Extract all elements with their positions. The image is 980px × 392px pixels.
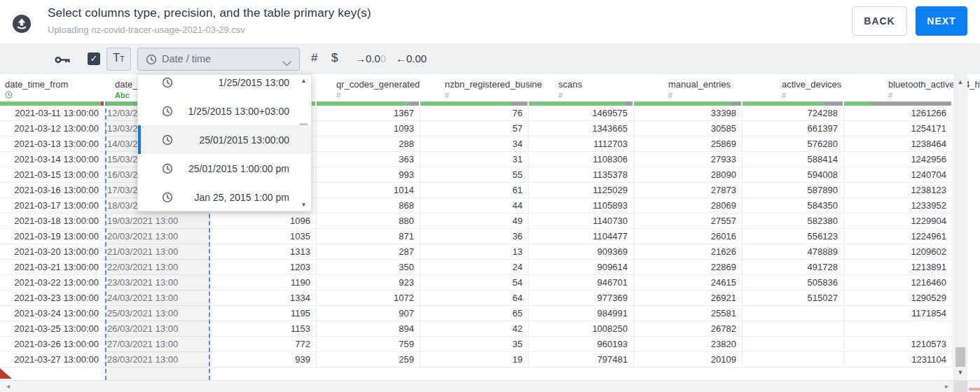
table-cell[interactable]: 1213891 xyxy=(844,260,953,274)
table-cell[interactable]: 2021-03-21 13:00:00 xyxy=(0,260,105,274)
table-cell[interactable]: 65 xyxy=(420,306,529,321)
text-type-button[interactable]: TT xyxy=(106,48,131,71)
table-cell[interactable]: 24 xyxy=(420,260,529,274)
table-cell[interactable]: 1469575 xyxy=(529,106,634,120)
table-cell[interactable]: 1108306 xyxy=(529,152,634,167)
table-cell[interactable]: 27557 xyxy=(634,214,743,228)
table-cell[interactable]: 1096 xyxy=(210,214,317,228)
table-cell[interactable]: 909369 xyxy=(529,244,634,259)
table-cell[interactable]: 724288 xyxy=(743,106,844,120)
table-cell[interactable]: 20/03/2021 13:00 xyxy=(105,229,210,244)
table-cell[interactable]: 26921 xyxy=(634,290,743,305)
scroll-down-icon[interactable]: ▼ xyxy=(953,369,967,376)
table-cell[interactable]: 27/03/2021 13:00 xyxy=(105,337,210,351)
table-cell[interactable]: 1072 xyxy=(317,290,420,305)
table-cell[interactable]: 64 xyxy=(420,290,529,305)
primary-key-icon[interactable] xyxy=(55,55,71,67)
table-cell[interactable]: 923 xyxy=(317,275,420,290)
table-cell[interactable]: 2021-03-15 13:00:00 xyxy=(0,167,105,182)
table-cell[interactable]: 960193 xyxy=(529,337,634,351)
table-cell[interactable]: 34 xyxy=(420,136,529,151)
table-cell[interactable]: 28069 xyxy=(634,198,743,213)
table-cell[interactable]: 576280 xyxy=(743,136,844,151)
table-cell[interactable]: 2021-03-20 13:00:00 xyxy=(0,244,105,259)
table-cell[interactable]: 21/03/2021 13:00 xyxy=(105,244,210,259)
table-cell[interactable] xyxy=(743,306,844,321)
table-cell[interactable]: 993 xyxy=(317,167,420,182)
table-cell[interactable]: 44 xyxy=(420,198,529,213)
scroll-left-icon[interactable]: ◂ xyxy=(6,382,10,390)
table-cell[interactable] xyxy=(743,321,844,336)
table-cell[interactable]: 907 xyxy=(317,306,420,321)
table-cell[interactable]: 23820 xyxy=(634,337,743,351)
table-cell[interactable]: 1254171 xyxy=(844,121,953,136)
table-cell[interactable]: 772 xyxy=(210,337,317,351)
format-option[interactable]: Jan 25, 2015 1:00 pm xyxy=(138,183,311,211)
table-cell[interactable]: 28090 xyxy=(634,167,743,182)
table-cell[interactable]: 1313 xyxy=(210,244,317,259)
table-cell[interactable]: 2021-03-12 13:00:00 xyxy=(0,121,105,136)
table-cell[interactable]: 27933 xyxy=(634,152,743,167)
table-cell[interactable]: 909614 xyxy=(529,260,634,274)
table-cell[interactable]: 1105893 xyxy=(529,198,634,213)
table-cell[interactable]: 1153 xyxy=(210,321,317,336)
table-cell[interactable]: 2021-03-19 13:00:00 xyxy=(0,229,105,244)
scroll-up-icon[interactable]: ▲ xyxy=(953,78,967,85)
table-cell[interactable]: 1203 xyxy=(210,260,317,274)
table-cell[interactable]: 1216460 xyxy=(844,275,953,290)
table-cell[interactable]: 49 xyxy=(420,214,529,228)
table-cell[interactable]: 556123 xyxy=(743,229,844,244)
table-cell[interactable]: 977369 xyxy=(529,290,634,305)
format-option[interactable]: 1/25/2015 13:00 xyxy=(138,74,311,97)
scroll-right-icon[interactable]: ▸ xyxy=(945,382,948,390)
table-cell[interactable]: 505836 xyxy=(743,275,844,290)
table-cell[interactable]: 19/03/2021 13:00 xyxy=(105,214,210,228)
table-cell[interactable]: 1209602 xyxy=(844,244,953,259)
table-cell[interactable]: 42 xyxy=(420,321,529,336)
next-button[interactable]: NEXT xyxy=(916,6,967,36)
table-cell[interactable]: 55 xyxy=(420,167,529,182)
table-cell[interactable]: 588414 xyxy=(743,152,844,167)
back-button[interactable]: BACK xyxy=(852,6,907,36)
table-cell[interactable]: 2021-03-14 13:00:00 xyxy=(0,152,105,167)
table-cell[interactable]: 2021-03-23 13:00:00 xyxy=(0,290,105,305)
table-cell[interactable]: 24/03/2021 13:00 xyxy=(105,290,210,305)
table-cell[interactable]: 1290529 xyxy=(844,290,953,305)
table-cell[interactable]: 2021-03-25 13:00:00 xyxy=(0,321,105,336)
currency-type-button[interactable]: $ xyxy=(331,51,338,65)
table-cell[interactable]: 57 xyxy=(420,121,529,136)
table-cell[interactable]: 1195 xyxy=(210,306,317,321)
table-cell[interactable]: 1093 xyxy=(317,121,420,136)
table-cell[interactable]: 259 xyxy=(317,352,420,367)
include-column-checkbox[interactable]: ✓ xyxy=(88,52,100,65)
table-cell[interactable]: 1229904 xyxy=(844,214,953,228)
table-cell[interactable]: 661397 xyxy=(743,121,844,136)
table-cell[interactable]: 939 xyxy=(210,352,317,367)
table-cell[interactable]: 1242956 xyxy=(844,152,953,167)
table-cell[interactable]: 584350 xyxy=(743,198,844,213)
table-cell[interactable]: 1233952 xyxy=(844,198,953,213)
table-cell[interactable]: 23/03/2021 13:00 xyxy=(105,275,210,290)
table-cell[interactable]: 1125029 xyxy=(529,183,634,197)
table-cell[interactable]: 946701 xyxy=(529,275,634,290)
table-cell[interactable]: 26016 xyxy=(634,229,743,244)
table-cell[interactable]: 1008250 xyxy=(529,321,634,336)
table-cell[interactable]: 33398 xyxy=(634,106,743,120)
table-cell[interactable]: 1190 xyxy=(210,275,317,290)
table-cell[interactable]: 2021-03-17 13:00:00 xyxy=(0,198,105,213)
table-cell[interactable]: 26/03/2021 13:00 xyxy=(105,321,210,336)
table-cell[interactable]: 19 xyxy=(420,352,529,367)
table-cell[interactable]: 984991 xyxy=(529,306,634,321)
table-cell[interactable]: 2021-03-18 13:00:00 xyxy=(0,214,105,228)
table-cell[interactable]: 894 xyxy=(317,321,420,336)
table-cell[interactable]: 1210573 xyxy=(844,337,953,351)
table-cell[interactable]: 1135378 xyxy=(529,167,634,182)
table-cell[interactable]: 1238464 xyxy=(844,136,953,151)
table-cell[interactable]: 30585 xyxy=(634,121,743,136)
table-cell[interactable]: 1334 xyxy=(210,290,317,305)
table-cell[interactable]: 1104477 xyxy=(529,229,634,244)
table-cell[interactable]: 27873 xyxy=(634,183,743,197)
table-cell[interactable]: 1261266 xyxy=(844,106,953,120)
table-cell[interactable]: 1035 xyxy=(210,229,317,244)
table-cell[interactable]: 1231104 xyxy=(844,352,953,367)
